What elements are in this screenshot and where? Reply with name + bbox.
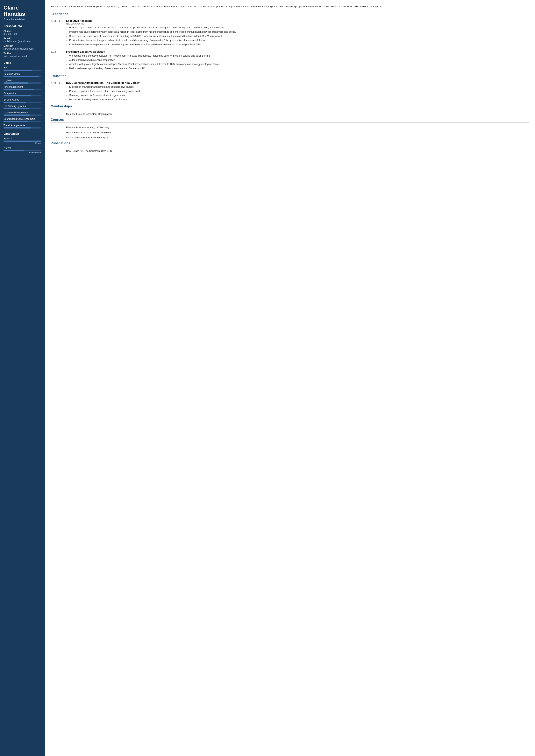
- personal-info-value: linkedin.com/in/clarieharadas: [4, 47, 34, 50]
- publication-entry: How Details Kill, The Counterintuitive C…: [51, 148, 529, 153]
- personal-info-label: Twitter: [4, 52, 11, 55]
- personal-info-value: clarieharadas@gmail.com: [4, 40, 31, 43]
- course-entry: Global Business in Practice, UC Berkeley: [51, 130, 529, 135]
- education-list: 2010 - 2013 BA, Business Administration,…: [51, 81, 529, 102]
- language-bar-fill: [4, 141, 41, 142]
- skill-bar-background: [4, 69, 41, 71]
- experience-bullet: Assisted with project logistics and deve…: [69, 63, 529, 66]
- skill-item: File-Sharing Systems: [4, 105, 41, 109]
- experience-heading: Experience: [51, 12, 529, 17]
- experience-bullet: Aided executives with meeting preparatio…: [69, 58, 529, 62]
- skills-list: EQ Communication Logistics Time Manageme…: [4, 66, 41, 128]
- experience-bullet: Performed weekly proofreading of executi…: [69, 67, 529, 70]
- skill-bar-fill: [4, 127, 31, 128]
- skill-item: Coordinating Conference Calls: [4, 118, 41, 122]
- skill-bar-fill: [4, 108, 29, 109]
- experience-company: ISN Lipmann, Inc.: [66, 22, 529, 25]
- spacer: [51, 135, 66, 140]
- language-level: Conversational: [4, 151, 41, 153]
- experience-bullet: Implemented call-recording system that c…: [69, 30, 529, 34]
- experience-date: 2013 - 2018: [51, 19, 66, 47]
- personal-info-label: Phone: [4, 30, 11, 33]
- skill-bar-fill: [4, 121, 28, 122]
- course-item: Global Business in Practice, UC Berkeley: [66, 130, 529, 135]
- language-bar-fill: [4, 150, 24, 151]
- skill-bar-fill: [4, 95, 31, 96]
- experience-bullets: Worked as temp executive assistant for 4…: [66, 54, 529, 70]
- language-name: French: [4, 147, 41, 149]
- skill-bar-fill: [4, 115, 30, 116]
- skill-bar-fill: [4, 102, 26, 103]
- experience-bullet: Coordinated travel arrangements both dom…: [69, 43, 529, 46]
- personal-info-item: LinkedInlinkedin.com/in/clarieharadas: [4, 44, 41, 50]
- languages-heading: Languages: [4, 132, 41, 135]
- course-item: Effective Business Writing, UC Berkeley: [66, 125, 529, 130]
- skill-item: Communication: [4, 73, 41, 77]
- skill-name: Travel Arrangements: [4, 124, 41, 127]
- experience-job-title: Freelance Executive Assistant: [66, 50, 529, 53]
- education-bullet: Secretary, Women in Business student org…: [69, 94, 529, 97]
- language-item: Spanish Fluent: [4, 137, 41, 145]
- personal-info-item: Twittertwitter.com/clarieharadas: [4, 52, 41, 58]
- candidate-name: Clarie Haradas: [4, 5, 41, 17]
- education-bullet: Excelled in financial management and bus…: [69, 85, 529, 89]
- skill-bar-fill: [4, 89, 34, 90]
- membership-entry: Member, Executive Assistant Organization: [51, 112, 529, 117]
- spacer: [51, 112, 66, 117]
- skill-item: Logistics: [4, 79, 41, 84]
- spacer: [51, 130, 66, 135]
- course-item: Organizational Behavior, IIT Kharagpur: [66, 135, 529, 140]
- spacer: [51, 148, 66, 153]
- skill-bar-background: [4, 76, 41, 77]
- skill-name: Time Management: [4, 86, 41, 88]
- course-entry: Effective Business Writing, UC Berkeley: [51, 125, 529, 130]
- languages-list: Spanish Fluent French Conversational: [4, 137, 41, 153]
- personal-info-label: E-mail: [4, 37, 11, 40]
- language-bar-background: [4, 141, 41, 142]
- language-level: Fluent: [4, 142, 41, 145]
- summary-text: Resourceful Executive Assistant with 5+ …: [51, 5, 529, 9]
- experience-bullets: Handled top executive assistant duties f…: [66, 26, 529, 46]
- experience-date: 2013: [51, 50, 66, 71]
- skill-bar-background: [4, 95, 41, 96]
- experience-bullet: Worked as temp executive assistant for 4…: [69, 54, 529, 58]
- personal-info-label: LinkedIn: [4, 44, 13, 47]
- skills-heading: Skills: [4, 61, 41, 64]
- candidate-title: Executive Assistant: [4, 18, 41, 21]
- skill-bar-background: [4, 102, 41, 103]
- language-name: Spanish: [4, 137, 41, 140]
- skill-name: Database Management: [4, 111, 41, 114]
- personal-info-item: Phone862-208-2592: [4, 30, 41, 35]
- sidebar: Clarie Haradas Executive Assistant Perso…: [0, 0, 45, 756]
- skill-item: Database Management: [4, 111, 41, 116]
- memberships-list: Member, Executive Assistant Organization: [51, 112, 529, 117]
- skill-item: Compassion: [4, 92, 41, 96]
- education-content: BA, Business Administration, The College…: [66, 81, 529, 102]
- memberships-heading: Memberships: [51, 104, 529, 109]
- courses-heading: Courses: [51, 118, 529, 123]
- personal-info-value: 862-208-2592: [4, 33, 18, 35]
- skill-bar-fill: [4, 69, 32, 71]
- personal-info-item: E-mailclarieharadas@gmail.com: [4, 37, 41, 43]
- skill-bar-fill: [4, 76, 39, 77]
- skill-bar-fill: [4, 82, 28, 84]
- experience-entry: 2013 - 2018 Executive Assistant ISN Lipm…: [51, 19, 529, 47]
- skill-bar-background: [4, 89, 41, 90]
- publication-item: How Details Kill, The Counterintuitive C…: [66, 148, 529, 153]
- skill-bar-background: [4, 115, 41, 116]
- education-heading: Education: [51, 74, 529, 79]
- skill-bar-background: [4, 108, 41, 109]
- main-content: Resourceful Executive Assistant with 5+ …: [45, 0, 535, 756]
- personal-info-heading: Personal Info: [4, 24, 41, 28]
- publications-heading: Publications: [51, 141, 529, 146]
- skill-bar-background: [4, 121, 41, 122]
- language-bar-background: [4, 150, 41, 151]
- personal-info-value: twitter.com/clarieharadas: [4, 55, 29, 58]
- skill-name: Email Systems: [4, 98, 41, 101]
- skill-name: Compassion: [4, 92, 41, 95]
- skill-name: Communication: [4, 73, 41, 75]
- education-date: 2010 - 2013: [51, 81, 66, 102]
- education-degree: BA, Business Administration, The College…: [66, 81, 529, 84]
- skill-item: EQ: [4, 66, 41, 71]
- skill-name: Coordinating Conference Calls: [4, 118, 41, 120]
